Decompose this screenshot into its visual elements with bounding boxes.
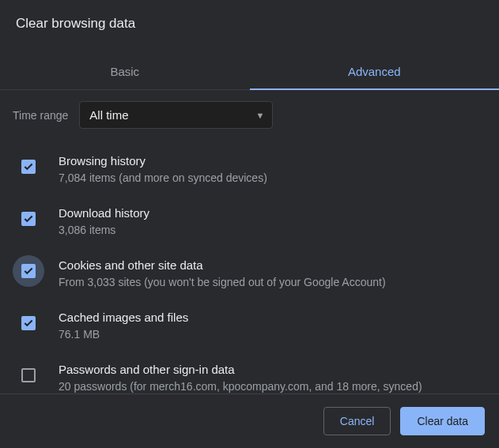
- list-item: Browsing history 7,084 items (and more o…: [13, 148, 486, 200]
- chevron-down-icon: ▼: [255, 111, 264, 120]
- clear-data-button[interactable]: Clear data: [400, 407, 485, 435]
- item-title: Download history: [59, 206, 486, 220]
- item-desc: 3,086 items: [59, 223, 486, 238]
- checkbox-wrap: [13, 255, 44, 287]
- checkbox[interactable]: [21, 160, 36, 174]
- time-range-row: Time range All time ▼: [13, 101, 486, 129]
- item-text: Passwords and other sign-in data 20 pass…: [59, 363, 486, 393]
- dialog-footer: Cancel Clear data: [0, 393, 499, 448]
- checkbox[interactable]: [21, 264, 36, 278]
- list-item: Download history 3,086 items: [13, 200, 486, 252]
- list-item: Cookies and other site data From 3,033 s…: [13, 252, 486, 304]
- item-desc: From 3,033 sites (you won't be signed ou…: [59, 275, 486, 290]
- checkbox-wrap: [13, 360, 44, 391]
- time-range-value: All time: [89, 108, 128, 122]
- list-item: Passwords and other sign-in data 20 pass…: [13, 356, 486, 393]
- dialog-title: Clear browsing data: [16, 16, 483, 32]
- item-title: Cached images and files: [59, 311, 486, 324]
- tab-advanced[interactable]: Advanced: [250, 54, 500, 89]
- item-title: Browsing history: [59, 154, 486, 168]
- item-text: Cookies and other site data From 3,033 s…: [59, 258, 486, 290]
- clear-browsing-data-dialog: Clear browsing data Basic Advanced Time …: [0, 0, 499, 448]
- item-desc: 20 passwords (for merch16.com, kpocompan…: [59, 379, 486, 393]
- time-range-select[interactable]: All time ▼: [79, 101, 273, 129]
- list-item: Cached images and files 76.1 MB: [13, 304, 486, 356]
- item-desc: 76.1 MB: [59, 327, 486, 342]
- dialog-header: Clear browsing data: [0, 0, 499, 40]
- time-range-label: Time range: [13, 109, 68, 122]
- cancel-button[interactable]: Cancel: [323, 407, 391, 435]
- item-title: Passwords and other sign-in data: [59, 363, 486, 376]
- checkbox-wrap: [13, 151, 44, 183]
- item-desc: 7,084 items (and more on synced devices): [59, 171, 486, 186]
- tab-bar: Basic Advanced: [0, 54, 499, 90]
- item-title: Cookies and other site data: [59, 258, 486, 272]
- item-text: Browsing history 7,084 items (and more o…: [59, 154, 486, 186]
- checkbox[interactable]: [21, 316, 36, 330]
- checkbox[interactable]: [21, 368, 36, 382]
- checkbox-wrap: [13, 203, 44, 235]
- checkbox-wrap: [13, 307, 44, 339]
- tab-basic[interactable]: Basic: [0, 54, 250, 89]
- dialog-body: Time range All time ▼ Browsing history 7…: [0, 90, 499, 393]
- item-text: Download history 3,086 items: [59, 206, 486, 238]
- item-text: Cached images and files 76.1 MB: [59, 311, 486, 342]
- checkbox[interactable]: [21, 212, 36, 226]
